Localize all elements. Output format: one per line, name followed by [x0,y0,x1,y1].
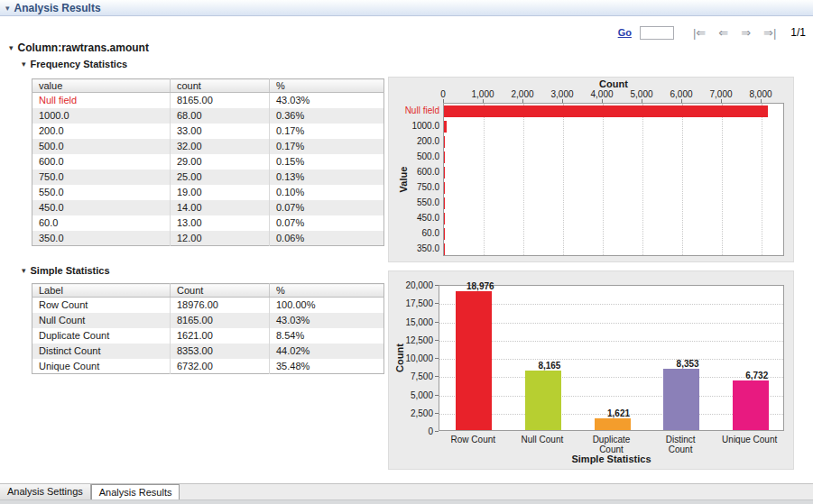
gridline [762,104,762,255]
page-title: Analysis Results [14,2,101,14]
table-cell: 550.0 [32,185,171,200]
category-label: Unique Count [715,435,784,444]
axis-tick-mark [435,322,439,323]
column-header[interactable]: % [270,79,384,93]
next-page-icon[interactable]: ⇒ [741,26,751,40]
table-cell: 0.07% [270,200,384,215]
category-label: Null Count [508,435,577,444]
bar-value-label: 6,732 [745,371,768,380]
table-row[interactable]: 350.012.000.06% [32,231,384,246]
table-cell: 750.0 [32,170,171,185]
category-label: 1000.0 [389,120,439,132]
table-row[interactable]: Duplicate Count1621.008.54% [32,328,384,344]
table-cell: 600.0 [32,154,171,170]
table-row[interactable]: 450.014.000.07% [32,200,384,215]
axis-tick-mark [435,340,439,341]
simple-statistics-table: LabelCount% Row Count18976.00100.00%Null… [32,283,384,374]
bar-200-0 [444,136,445,148]
axis-tick-mark [435,376,439,377]
category-label: DistinctCount [646,435,716,454]
section-header-frequency-statistics[interactable]: ▾ Frequency Statistics [22,59,127,69]
table-cell: 29.00 [171,154,270,170]
axis-tick-mark [435,303,439,304]
collapse-triangle-icon: ▾ [9,43,14,52]
table-row[interactable]: Null Count8165.0043.03% [32,313,384,328]
bar-60-0 [444,228,445,240]
table-cell: 18976.00 [171,298,270,313]
axis-tick-mark [602,99,603,103]
table-row[interactable]: 550.019.000.10% [32,185,384,200]
y-axis-tick-label: 0 [389,426,433,436]
table-cell: 0.17% [270,124,384,139]
table-cell: 450.0 [32,200,171,215]
frequency-statistics-table: valuecount% Null field8165.0043.03%1000.… [32,78,384,246]
tab-analysis-results[interactable]: Analysis Results [91,484,180,500]
bar-500-0 [444,151,445,163]
bar-null-field [444,105,768,117]
table-row[interactable]: 750.025.000.13% [32,170,384,185]
table-row[interactable]: Unique Count6732.0035.48% [32,359,384,374]
last-page-icon[interactable]: ⇒| [763,26,776,40]
category-label: 750.0 [389,181,439,193]
page-number-input[interactable] [640,26,674,40]
category-label: 550.0 [389,197,439,208]
table-cell: 8165.00 [171,93,270,108]
table-cell: Null Count [32,313,171,328]
collapse-triangle-icon: ▾ [22,266,26,275]
table-cell: 8.54% [270,328,384,344]
table-cell: 1000.0 [32,108,171,124]
first-page-icon[interactable]: |⇐ [693,26,706,40]
bar-value-label: 8,353 [677,359,699,369]
bar-550-0 [444,197,445,209]
column-header[interactable]: Count [171,284,270,298]
table-cell: 500.0 [32,139,171,154]
axis-tick-mark [435,358,439,359]
table-cell: Row Count [32,298,171,313]
bar-350-0 [444,243,445,255]
table-cell: 200.0 [32,124,171,139]
section-header-column[interactable]: ▾ Column:rawtrans.amount [9,41,149,54]
table-row[interactable]: 1000.068.000.36% [32,108,384,124]
table-cell: 60.0 [32,215,171,231]
column-header[interactable]: % [270,284,384,298]
column-header[interactable]: value [32,79,171,93]
section-header-analysis-results[interactable]: ▾ Analysis Results [0,0,813,16]
table-cell: 6732.00 [171,359,270,374]
column-header[interactable]: Label [32,284,171,298]
tab-analysis-settings[interactable]: Analysis Settings [0,484,91,500]
bar-1000-0 [444,121,447,133]
column-section-title: Column:rawtrans.amount [18,41,149,54]
table-row[interactable]: Null field8165.0043.03% [32,93,384,108]
go-link[interactable]: Go [618,27,632,38]
table-row[interactable]: 60.013.000.07% [32,215,384,231]
frequency-section-title: Frequency Statistics [31,59,128,69]
table-cell: 68.00 [171,108,270,124]
axis-tick-mark [721,99,722,103]
hchart-title: Count [443,78,784,89]
table-row[interactable]: Row Count18976.00100.00% [32,298,384,313]
x-axis-tick-label: 7,000 [709,89,732,99]
column-header[interactable]: count [171,79,270,93]
table-cell: Distinct Count [32,344,171,359]
y-axis-tick-label: 20,000 [389,280,433,290]
table-cell: 44.02% [270,344,384,359]
table-row[interactable]: 500.032.000.17% [32,139,384,154]
table-cell: 25.00 [171,170,270,185]
x-axis-tick-label: 8,000 [749,89,771,99]
y-axis-tick-label: 2,500 [389,408,433,418]
x-axis-tick-label: 2,000 [511,89,533,99]
category-label: 60.0 [389,227,439,239]
y-axis-tick-label: 12,500 [389,335,433,345]
previous-page-icon[interactable]: ⇐ [718,26,728,40]
section-header-simple-statistics[interactable]: ▾ Simple Statistics [22,265,110,276]
x-axis-tick-label: 0 [440,89,446,99]
axis-tick-mark [681,99,682,103]
table-row[interactable]: 200.033.000.17% [32,124,384,139]
bottom-tab-bar: Analysis SettingsAnalysis Results [0,483,813,499]
axis-tick-mark [642,99,642,103]
gridline [642,104,643,255]
axis-tick-mark [522,99,523,103]
table-row[interactable]: 600.029.000.15% [32,154,384,170]
table-row[interactable]: Distinct Count8353.0044.02% [32,344,384,359]
x-axis-tick-label: 1,000 [471,89,494,99]
